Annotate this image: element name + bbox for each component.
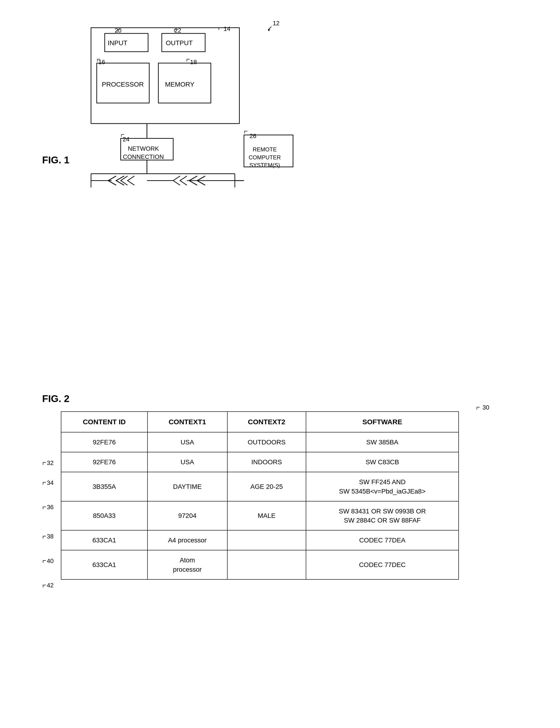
table-row: 633CA1A4 processorCODEC 77DEA xyxy=(61,530,459,550)
table-header-row: CONTENT ID CONTEXT1 CONTEXT2 SOFTWARE xyxy=(61,411,459,432)
fig1-diagram: INPUT OUTPUT PROCESSOR MEMORY NETWORKCON… xyxy=(42,14,300,201)
fig1-label: FIG. 1 xyxy=(42,155,70,166)
cell-1-2: INDOORS xyxy=(227,452,306,472)
cell-3-1: 97204 xyxy=(147,501,227,530)
cell-2-3: SW FF245 ANDSW 5345B<v=Pbd_iaGJEa8> xyxy=(306,472,459,501)
svg-marker-15 xyxy=(268,29,270,31)
row-ref-40: 40 xyxy=(40,557,54,565)
input-label: INPUT xyxy=(108,39,127,47)
cell-3-0: 850A33 xyxy=(61,501,147,530)
ref-24: 24 xyxy=(123,136,129,143)
cell-1-3: SW C83CB xyxy=(306,452,459,472)
cell-5-1: Atomprocessor xyxy=(147,550,227,579)
cell-0-1: USA xyxy=(147,432,227,452)
fig2-label: FIG. 2 xyxy=(42,393,487,404)
col-content-id: CONTENT ID xyxy=(61,411,147,432)
cell-1-1: USA xyxy=(147,452,227,472)
cell-5-2 xyxy=(227,550,306,579)
ref-12: 12 xyxy=(273,20,280,27)
svg-line-14 xyxy=(268,27,271,30)
row-ref-32: 32 xyxy=(40,459,54,466)
ref-20: 20 xyxy=(115,27,122,34)
cell-4-3: CODEC 77DEA xyxy=(306,530,459,550)
ref-18: 18 xyxy=(190,59,197,66)
table-body: 92FE76USAOUTDOORSSW 385BA92FE76USAINDOOR… xyxy=(61,432,459,579)
ref-16: 16 xyxy=(98,59,105,66)
cell-4-0: 633CA1 xyxy=(61,530,147,550)
ref-22: 22 xyxy=(174,27,181,34)
row-ref-42: 42 xyxy=(40,582,54,589)
row-ref-36: 36 xyxy=(40,503,54,511)
cell-4-2 xyxy=(227,530,306,550)
cell-0-0: 92FE76 xyxy=(61,432,147,452)
table-row: 92FE76USAOUTDOORSSW 385BA xyxy=(61,432,459,452)
col-context2: CONTEXT2 xyxy=(227,411,306,432)
fig2-table: CONTENT ID CONTEXT1 CONTEXT2 SOFTWARE 92… xyxy=(61,411,459,580)
output-label: OUTPUT xyxy=(166,39,193,47)
cell-3-3: SW 83431 OR SW 0993B ORSW 2884C OR SW 88… xyxy=(306,501,459,530)
remote-label: REMOTECOMPUTERSYSTEM(S) xyxy=(249,146,281,169)
cell-4-1: A4 processor xyxy=(147,530,227,550)
table-row: 92FE76USAINDOORSSW C83CB xyxy=(61,452,459,472)
memory-label: MEMORY xyxy=(165,81,195,88)
cell-5-3: CODEC 77DEC xyxy=(306,550,459,579)
cell-2-0: 3B355A xyxy=(61,472,147,501)
cell-0-3: SW 385BA xyxy=(306,432,459,452)
col-context1: CONTEXT1 xyxy=(147,411,227,432)
processor-label: PROCESSOR xyxy=(102,81,144,88)
fig2-table-wrapper: 30 CONTENT ID CONTEXT1 CONTEXT2 SOFTWARE… xyxy=(61,411,487,580)
ref-26: 26 xyxy=(250,133,256,140)
cell-1-0: 92FE76 xyxy=(61,452,147,472)
cell-5-0: 633CA1 xyxy=(61,550,147,579)
network-label: NETWORKCONNECTION xyxy=(123,145,164,161)
ref-30: 30 xyxy=(475,404,489,411)
cell-2-2: AGE 20-25 xyxy=(227,472,306,501)
cell-0-2: OUTDOORS xyxy=(227,432,306,452)
cell-3-2: MALE xyxy=(227,501,306,530)
table-row: 850A3397204MALESW 83431 OR SW 0993B ORSW… xyxy=(61,501,459,530)
fig2-container: FIG. 2 30 CONTENT ID CONTEXT1 CONTEXT2 S… xyxy=(42,393,487,580)
cell-2-1: DAYTIME xyxy=(147,472,227,501)
ref-14: 14 xyxy=(224,25,230,33)
col-software: SOFTWARE xyxy=(306,411,459,432)
table-row: 633CA1AtomprocessorCODEC 77DEC xyxy=(61,550,459,579)
table-row: 3B355ADAYTIMEAGE 20-25SW FF245 ANDSW 534… xyxy=(61,472,459,501)
ref-30-bracket xyxy=(475,405,482,410)
row-ref-34: 34 xyxy=(40,479,54,486)
row-ref-38: 38 xyxy=(40,533,54,540)
